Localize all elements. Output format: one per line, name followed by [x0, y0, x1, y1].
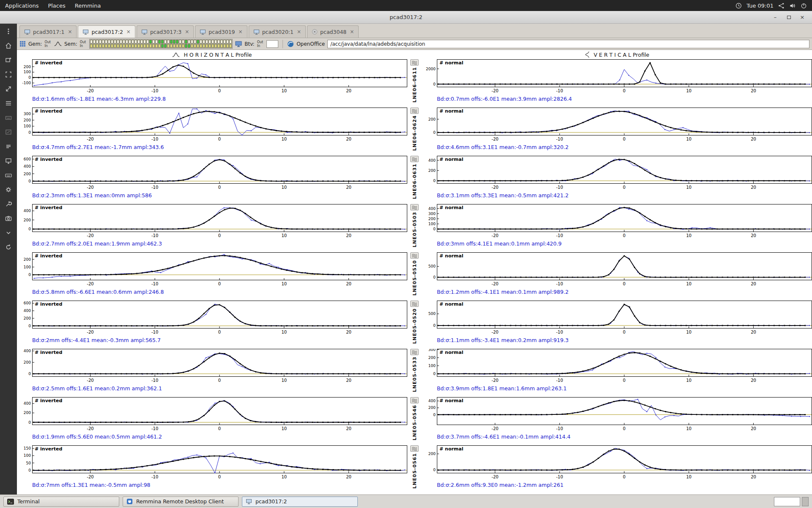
profile-plot[interactable]: 0200400-20-1001020# inverted	[17, 204, 407, 239]
app-toolbar: Gem: OutIn Sem: OutIn Btv: OutIn	[17, 38, 812, 50]
taskbar-button-Terminal[interactable]: Terminal	[3, 497, 119, 507]
fit-stats: Bd:σ:1.1mm offs:-3.4E1 mean:0.2mm ampl:9…	[437, 337, 812, 343]
tab-pcad3017:3[interactable]: pcad3017:3×	[137, 25, 194, 38]
svg-text:0: 0	[623, 475, 625, 479]
resize-window-icon[interactable]	[4, 85, 13, 93]
svg-text:20: 20	[751, 88, 756, 93]
btv-out-label[interactable]: Out	[257, 40, 263, 44]
profile-options-icon[interactable]	[410, 108, 419, 114]
profile-wave-icon[interactable]	[54, 41, 62, 47]
horizontal-profiles: H O R I Z O N T A L Profile -1000100200-…	[17, 50, 407, 494]
indicator-cell	[90, 44, 93, 48]
hamburger-menu-icon[interactable]	[4, 99, 13, 108]
profile-options-icon[interactable]	[410, 445, 419, 452]
gem-in-label[interactable]: In	[44, 44, 51, 48]
toolbar-lines-icon[interactable]	[4, 142, 13, 151]
preferences-gear-icon[interactable]	[4, 185, 13, 194]
grid-icon[interactable]	[19, 41, 26, 47]
fit-stats: Bd:σ:2.5mm offs:1.6E1 mean:0.2mm ampl:36…	[32, 385, 407, 392]
tab-pcad3020:1[interactable]: pcad3020:1×	[249, 25, 306, 38]
device-label: LNE05-0503	[412, 212, 417, 247]
sem-label: Sem:	[64, 41, 77, 47]
tab-close-icon[interactable]: ×	[68, 29, 72, 35]
volume-icon[interactable]	[789, 3, 796, 9]
grab-keyboard-icon[interactable]	[4, 113, 13, 122]
minimize-button[interactable]: –	[771, 14, 779, 21]
svg-text:-10: -10	[556, 233, 563, 238]
workspace-switcher[interactable]	[774, 497, 800, 506]
sem-in-label[interactable]: In	[80, 44, 86, 48]
svg-text:300: 300	[428, 349, 436, 352]
collapse-chevron-icon[interactable]	[4, 229, 13, 237]
gem-out-label[interactable]: Out	[44, 40, 51, 44]
menu-applications[interactable]: Applications	[5, 3, 38, 9]
tab-close-icon[interactable]: ×	[239, 29, 243, 35]
tab-pcad3017:2[interactable]: pcad3017:2×	[78, 25, 135, 38]
profile-options-icon[interactable]	[410, 204, 419, 210]
taskbar-button-pcad3017:2[interactable]: pcad3017:2	[242, 497, 358, 507]
acquisition-path-input[interactable]	[327, 40, 809, 48]
multi-monitor-icon[interactable]	[4, 157, 13, 165]
tab-close-icon[interactable]: ×	[297, 29, 301, 35]
menu-kebab-icon[interactable]	[4, 27, 13, 36]
profile-options-icon[interactable]	[410, 252, 419, 259]
tab-pcad3019[interactable]: pcad3019×	[195, 25, 247, 38]
menu-places[interactable]: Places	[48, 3, 65, 9]
profile-options-icon[interactable]	[410, 397, 419, 403]
monitor-icon	[82, 29, 89, 35]
profile-plot[interactable]: 0100200-20-1001020# inverted	[17, 252, 407, 287]
profile-plot[interactable]: 0500-20-1001020# normal	[422, 252, 812, 287]
profile-plot[interactable]: 0200400-20-1001020# normal	[422, 397, 812, 432]
tab-close-icon[interactable]: ×	[350, 29, 354, 35]
scaled-mode-icon[interactable]	[4, 128, 13, 136]
profile-options-icon[interactable]	[410, 59, 419, 66]
new-connection-icon[interactable]	[4, 56, 13, 64]
power-icon[interactable]	[801, 3, 807, 9]
disconnect-refresh-icon[interactable]	[4, 243, 13, 251]
share-network-icon[interactable]	[778, 3, 785, 9]
keyboard-icon[interactable]	[4, 171, 13, 179]
openoffice-button[interactable]: OpenOffice	[287, 41, 325, 47]
taskbar-button-Remmina Remote Desktop Client[interactable]: Remmina Remote Desktop Client	[123, 497, 239, 507]
profile-plot[interactable]: 0200400-20-1001020# inverted	[17, 349, 407, 384]
profile-plot[interactable]: 0200400-20-1001020# normal	[422, 156, 812, 190]
close-button[interactable]: ×	[798, 14, 806, 21]
profile-plot[interactable]: 0200400600-20-1001020# inverted	[17, 301, 407, 335]
btv-in-label[interactable]: In	[257, 44, 263, 48]
indicator-cell	[206, 44, 208, 48]
profile-plot[interactable]: 0500-20-1001020# normal	[422, 301, 812, 335]
indicator-cell	[99, 40, 102, 44]
profile-plot[interactable]: 050100150-20-1001020# inverted	[17, 445, 407, 480]
profile-plot[interactable]: 0100200300400-20-1001020# normal	[422, 204, 812, 239]
profile-plot[interactable]: 0200-20-1001020# normal	[422, 108, 812, 142]
profile-plot[interactable]: 0200-20-1001020# normal	[422, 445, 812, 480]
indicator-cell	[185, 44, 187, 48]
profile-plot[interactable]: 0100200300-20-1001020# normal	[422, 349, 812, 384]
clock-text[interactable]: Tue 09:01	[746, 3, 774, 9]
tools-wrench-icon[interactable]	[4, 200, 13, 208]
indicator-cell	[152, 44, 155, 48]
fullscreen-icon[interactable]	[4, 70, 13, 79]
profile-options-icon[interactable]	[410, 301, 419, 307]
menu-remmina[interactable]: Remmina	[75, 3, 101, 9]
svg-text:200: 200	[24, 411, 31, 415]
tab-pcad3048[interactable]: pcad3048×	[307, 25, 359, 38]
profile-plot[interactable]: 02000-20-1001020# normal	[422, 59, 812, 94]
home-icon[interactable]	[4, 41, 13, 50]
screen-icon[interactable]	[235, 41, 242, 47]
profile-options-icon[interactable]	[410, 349, 419, 355]
tab-close-icon[interactable]: ×	[126, 29, 131, 35]
profile-plot[interactable]: -1000100200-20-1001020# inverted	[17, 59, 407, 94]
profile-plot[interactable]: 0200400600-20-1001020# inverted	[17, 156, 407, 190]
tab-label: pcad3017:1	[33, 29, 64, 35]
profile-chart-row-LNE06-0631-H: 0200400600-20-1001020# invertedBd:σ:2.3m…	[17, 156, 407, 204]
profile-options-icon[interactable]	[410, 156, 419, 162]
tab-close-icon[interactable]: ×	[185, 29, 189, 35]
sem-out-label[interactable]: Out	[80, 40, 86, 44]
profile-plot[interactable]: 0100200300-20-1001020# inverted	[17, 108, 407, 142]
tab-pcad3017:1[interactable]: pcad3017:1×	[19, 25, 77, 38]
maximize-button[interactable]	[785, 14, 793, 21]
profile-plot[interactable]: 0200400-20-1001020# inverted	[17, 397, 407, 432]
screenshot-camera-icon[interactable]	[4, 214, 13, 223]
device-cell-LNE06-0624: LNE06-0624	[410, 108, 419, 156]
